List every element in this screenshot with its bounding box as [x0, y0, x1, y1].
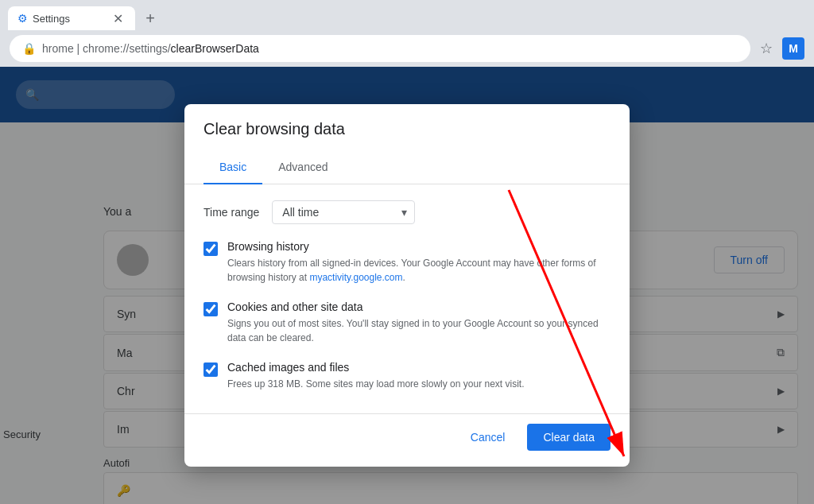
- clear-data-button[interactable]: Clear data: [527, 424, 610, 451]
- browsing-history-desc: Clears history from all signed-in device…: [227, 256, 610, 285]
- tab-bar: ⚙ Settings ✕ +: [0, 0, 814, 30]
- browsing-history-content: Browsing history Clears history from all…: [227, 240, 610, 285]
- cookies-title: Cookies and other site data: [227, 300, 610, 313]
- time-range-label: Time range: [204, 206, 259, 219]
- cached-checkbox-wrap: [204, 362, 218, 380]
- dialog-overlay: Clear browsing data Basic Advanced Time …: [0, 67, 814, 504]
- cached-checkbox[interactable]: [204, 362, 218, 377]
- tab-label: Settings: [33, 13, 70, 25]
- address-text: hrome | chrome://settings/clearBrowserDa…: [42, 42, 259, 55]
- cached-desc: Frees up 318 MB. Some sites may load mor…: [227, 377, 610, 391]
- address-input[interactable]: 🔒 hrome | chrome://settings/clearBrowser…: [10, 35, 750, 62]
- time-range-select[interactable]: Last hourLast 24 hoursLast 7 daysLast 4 …: [272, 200, 415, 224]
- cookies-item: Cookies and other site data Signs you ou…: [204, 300, 610, 345]
- address-bar: 🔒 hrome | chrome://settings/clearBrowser…: [0, 30, 814, 67]
- clear-browsing-data-dialog: Clear browsing data Basic Advanced Time …: [184, 104, 630, 467]
- site-icon: 🔒: [22, 42, 36, 55]
- browsing-history-checkbox[interactable]: [204, 242, 218, 256]
- browser-chrome: ⚙ Settings ✕ + 🔒 hrome | chrome://settin…: [0, 0, 814, 67]
- cached-title: Cached images and files: [227, 361, 610, 374]
- cancel-button[interactable]: Cancel: [455, 424, 521, 451]
- dialog-title: Clear browsing data: [184, 104, 630, 138]
- tab-advanced[interactable]: Advanced: [262, 151, 343, 184]
- browsing-history-item: Browsing history Clears history from all…: [204, 240, 610, 285]
- dialog-body: Time range Last hourLast 24 hoursLast 7 …: [184, 184, 630, 407]
- browsing-history-title: Browsing history: [227, 240, 610, 253]
- new-tab-button[interactable]: +: [138, 6, 162, 30]
- myactivity-link[interactable]: myactivity.google.com: [309, 272, 402, 283]
- browsing-history-checkbox-wrap: [204, 242, 218, 259]
- cookies-checkbox-wrap: [204, 302, 218, 320]
- tab-close-button[interactable]: ✕: [110, 10, 126, 26]
- cached-item: Cached images and files Frees up 318 MB.…: [204, 361, 610, 391]
- cookies-content: Cookies and other site data Signs you ou…: [227, 300, 610, 345]
- cached-content: Cached images and files Frees up 318 MB.…: [227, 361, 610, 391]
- settings-tab[interactable]: ⚙ Settings ✕: [8, 6, 135, 30]
- tab-basic[interactable]: Basic: [204, 151, 262, 184]
- bookmark-star-button[interactable]: ☆: [757, 37, 776, 60]
- time-range-row: Time range Last hourLast 24 hoursLast 7 …: [204, 200, 610, 224]
- profile-button[interactable]: M: [782, 37, 804, 60]
- settings-favicon: ⚙: [17, 12, 28, 25]
- time-range-select-wrapper: Last hourLast 24 hoursLast 7 daysLast 4 …: [272, 200, 415, 224]
- cookies-checkbox[interactable]: [204, 302, 218, 316]
- dialog-tabs: Basic Advanced: [184, 151, 630, 184]
- dialog-footer: Cancel Clear data: [184, 413, 630, 467]
- cookies-desc: Signs you out of most sites. You'll stay…: [227, 316, 610, 345]
